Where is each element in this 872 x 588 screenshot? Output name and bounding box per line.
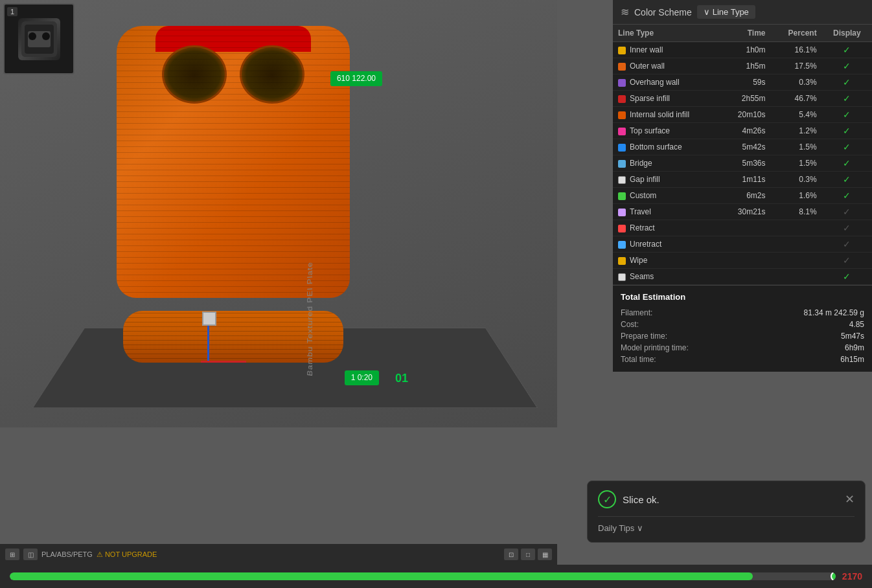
progress-bar[interactable] xyxy=(10,572,836,580)
line-type-display[interactable]: ✓ xyxy=(822,155,872,172)
line-type-time: 5m42s xyxy=(720,139,770,155)
slice-close-button[interactable]: ✕ xyxy=(845,493,855,505)
filament-label: Filament: xyxy=(621,308,652,317)
cost-value: 4.85 xyxy=(849,320,864,329)
line-type-display[interactable]: ✓ xyxy=(822,253,872,269)
line-type-percent: 17.5% xyxy=(771,58,822,74)
check-icon-gray: ✓ xyxy=(843,223,851,233)
col-line-type: Line Type xyxy=(613,25,720,42)
check-icon: ✓ xyxy=(843,45,851,55)
line-type-percent: 1.5% xyxy=(771,139,822,155)
line-type-time xyxy=(720,253,770,269)
line-type-name: Retract xyxy=(613,220,720,236)
line-type-display[interactable]: ✓ xyxy=(822,188,872,204)
warning-icon: ⚠ xyxy=(97,550,103,559)
scheme-icon: ≋ xyxy=(621,6,629,18)
x-axis xyxy=(201,361,246,363)
table-row: Retract✓ xyxy=(613,220,872,236)
line-type-display[interactable]: ✓ xyxy=(822,123,872,139)
view-ctrl-1[interactable]: ⊡ xyxy=(504,548,518,560)
total-time-value: 6h15m xyxy=(840,355,864,364)
line-type-table: Line Type Time Percent Display Inner wal… xyxy=(613,25,872,285)
plate-label: Bambu Textured PEI Plate xyxy=(306,262,314,377)
table-row: Overhang wall59s0.3%✓ xyxy=(613,74,872,91)
line-type-display[interactable]: ✓ xyxy=(822,204,872,220)
line-type-time: 4m26s xyxy=(720,123,770,139)
line-type-percent: 1.5% xyxy=(771,155,822,172)
line-type-display[interactable]: ✓ xyxy=(822,236,872,253)
dropdown-label: Line Type xyxy=(713,7,749,17)
table-row: Inner wall1h0m16.1%✓ xyxy=(613,42,872,58)
svg-point-4 xyxy=(42,32,50,40)
layer-display-bottom: 1 0:20 xyxy=(345,370,379,385)
line-type-name: Bottom surface xyxy=(613,139,720,155)
prepare-label: Prepare time: xyxy=(621,332,667,341)
y-axis xyxy=(207,324,209,363)
table-row: Unretract✓ xyxy=(613,236,872,253)
daily-tips-chevron: ∨ xyxy=(637,523,643,533)
line-type-percent: 5.4% xyxy=(771,107,822,123)
line-type-name: Top surface xyxy=(613,123,720,139)
prepare-row: Prepare time: 5m47s xyxy=(621,330,864,342)
line-type-percent: 0.3% xyxy=(771,172,822,188)
line-type-name: Internal solid infill xyxy=(613,107,720,123)
model-container xyxy=(117,26,350,363)
3d-viewport[interactable]: Bambu Textured PEI Plate 01 610 122.00 1… xyxy=(0,0,557,427)
col-display: Display xyxy=(822,25,872,42)
daily-tips-label: Daily Tips xyxy=(598,523,634,533)
line-type-time: 20m10s xyxy=(720,107,770,123)
line-type-display[interactable]: ✓ xyxy=(822,139,872,155)
line-type-name: Bridge xyxy=(613,155,720,172)
table-row: Top surface4m26s1.2%✓ xyxy=(613,123,872,139)
viewport-counter: 01 xyxy=(395,372,408,385)
filament-row: Filament: 81.34 m 242.59 g xyxy=(621,307,864,319)
check-icon: ✓ xyxy=(843,93,851,104)
check-icon: ✓ xyxy=(843,61,851,71)
col-percent: Percent xyxy=(771,25,822,42)
check-icon: ✓ xyxy=(843,271,851,282)
panel-title: Color Scheme xyxy=(634,7,692,17)
model-print-row: Model printing time: 6h9m xyxy=(621,342,864,354)
line-type-display[interactable]: ✓ xyxy=(822,220,872,236)
view-ctrl-2[interactable]: □ xyxy=(521,548,535,560)
grid-icon[interactable]: ⊞ xyxy=(5,548,19,560)
line-type-display[interactable]: ✓ xyxy=(822,107,872,123)
line-type-percent: 0.3% xyxy=(771,74,822,91)
table-row: Custom6m2s1.6%✓ xyxy=(613,188,872,204)
view-ctrl-3[interactable]: ▦ xyxy=(538,548,552,560)
check-icon-gray: ✓ xyxy=(843,255,851,266)
model-thumbnail[interactable]: 1 xyxy=(3,3,75,74)
line-type-display[interactable]: ✓ xyxy=(822,172,872,188)
check-icon: ✓ xyxy=(843,109,851,120)
line-type-name: Outer wall xyxy=(613,58,720,74)
line-type-name: Inner wall xyxy=(613,42,720,58)
line-type-name: Unretract xyxy=(613,236,720,253)
view-controls: ⊡ □ ▦ xyxy=(504,548,552,560)
line-type-display[interactable]: ✓ xyxy=(822,42,872,58)
table-row: Bottom surface5m42s1.5%✓ xyxy=(613,139,872,155)
line-type-dropdown[interactable]: ∨ Line Type xyxy=(697,5,755,19)
check-icon: ✓ xyxy=(843,77,851,87)
check-icon: ✓ xyxy=(843,190,851,201)
cost-row: Cost: 4.85 xyxy=(621,319,864,330)
line-type-time xyxy=(720,269,770,285)
line-type-display[interactable]: ✓ xyxy=(822,269,872,285)
table-row: Internal solid infill20m10s5.4%✓ xyxy=(613,107,872,123)
daily-tips-button[interactable]: Daily Tips ∨ xyxy=(598,523,855,533)
line-type-name: Seams xyxy=(613,269,720,285)
line-type-name: Sparse infill xyxy=(613,91,720,107)
line-type-display[interactable]: ✓ xyxy=(822,74,872,91)
table-row: Outer wall1h5m17.5%✓ xyxy=(613,58,872,74)
material-label: PLA/ABS/PETG xyxy=(41,550,93,558)
line-type-display[interactable]: ✓ xyxy=(822,91,872,107)
estimation-title: Total Estimation xyxy=(621,292,864,302)
line-type-percent xyxy=(771,220,822,236)
line-type-percent xyxy=(771,253,822,269)
line-type-time xyxy=(720,220,770,236)
cost-label: Cost: xyxy=(621,320,639,329)
view-icon[interactable]: ◫ xyxy=(23,548,38,560)
line-type-display[interactable]: ✓ xyxy=(822,58,872,74)
check-icon: ✓ xyxy=(843,174,851,185)
line-type-time: 1h0m xyxy=(720,42,770,58)
line-type-time: 1m11s xyxy=(720,172,770,188)
